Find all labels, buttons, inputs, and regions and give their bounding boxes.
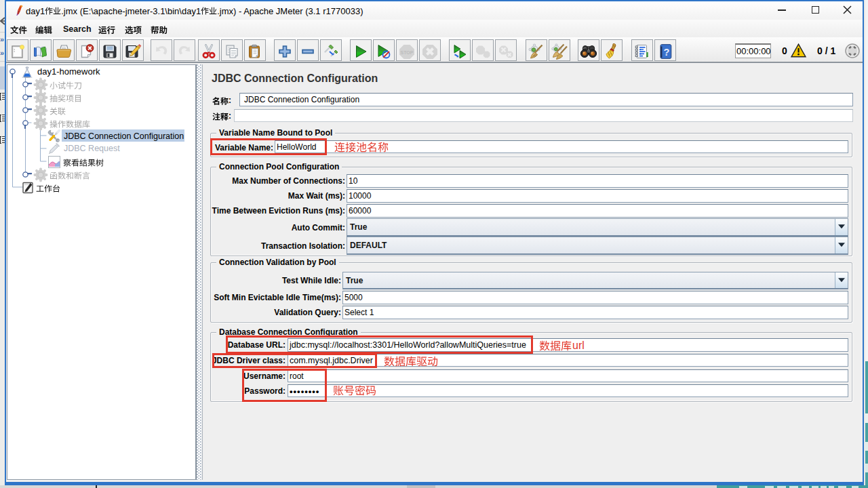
svg-text:STOP: STOP: [401, 49, 414, 54]
svg-text:?: ?: [664, 46, 670, 57]
